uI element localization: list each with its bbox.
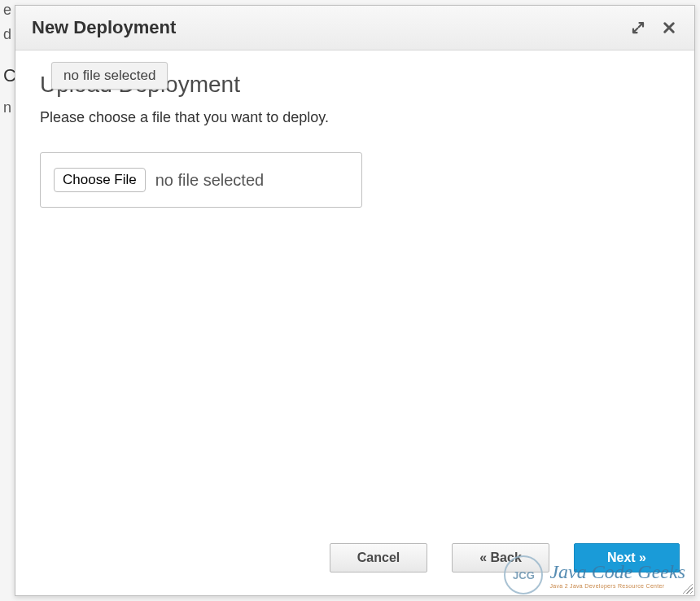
file-upload-box: Choose File no file selected	[40, 152, 362, 208]
expand-icon[interactable]	[629, 19, 647, 37]
modal-header-actions	[629, 19, 678, 37]
close-icon[interactable]	[660, 19, 678, 37]
modal-title: New Deployment	[32, 17, 176, 38]
background-text: d	[0, 24, 15, 45]
resize-handle-icon[interactable]	[680, 581, 693, 594]
upload-deployment-description: Please choose a file that you want to de…	[40, 109, 670, 126]
modal-footer: Cancel « Back Next »	[15, 535, 694, 595]
back-button[interactable]: « Back	[452, 543, 549, 572]
modal-body: no file selected Upload Deployment Pleas…	[15, 50, 694, 535]
next-button[interactable]: Next »	[574, 543, 680, 572]
file-selected-status: no file selected	[155, 171, 264, 190]
modal-header: New Deployment	[15, 6, 694, 50]
background-text: e	[0, 0, 15, 20]
background-text: n	[0, 98, 15, 118]
choose-file-button[interactable]: Choose File	[54, 168, 146, 192]
file-tooltip: no file selected	[51, 62, 168, 90]
cancel-button[interactable]: Cancel	[330, 543, 427, 572]
new-deployment-modal: New Deployment no file selected Upload D…	[15, 5, 695, 596]
